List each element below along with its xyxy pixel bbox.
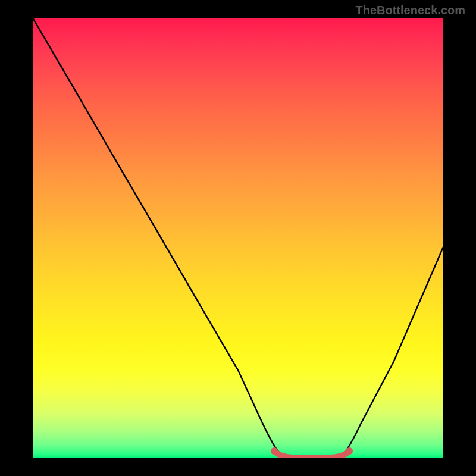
optimal-range-end-dot (346, 447, 353, 455)
optimal-range-marker (275, 452, 348, 458)
optimal-range-start-dot (271, 447, 278, 455)
bottleneck-curve (33, 18, 443, 458)
curve-path (33, 18, 443, 458)
watermark-text: TheBottleneck.com (356, 4, 465, 17)
chart-frame: TheBottleneck.com (0, 0, 476, 476)
plot-area (33, 18, 443, 458)
